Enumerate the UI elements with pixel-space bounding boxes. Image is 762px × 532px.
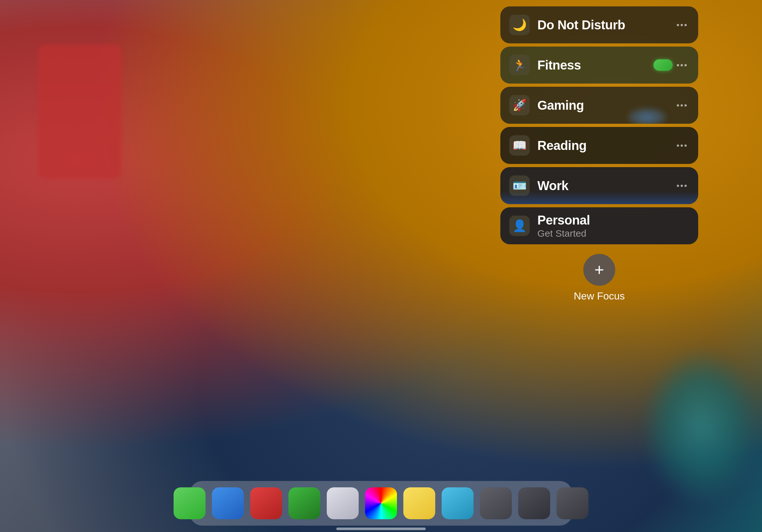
- blurred-red-app-block: [38, 45, 121, 179]
- fitness-active-toggle: [653, 59, 673, 71]
- focus-item-reading[interactable]: 📖 Reading: [500, 127, 698, 164]
- teal-orb-decoration: [641, 347, 762, 506]
- dock-app-messages[interactable]: [174, 487, 205, 519]
- do-not-disturb-more-button[interactable]: [674, 21, 689, 29]
- focus-item-do-not-disturb[interactable]: 🌙 Do Not Disturb: [500, 6, 698, 43]
- gaming-more-button[interactable]: [674, 102, 689, 109]
- focus-item-work[interactable]: 🪪 Work: [500, 167, 698, 204]
- new-focus-button[interactable]: +: [583, 254, 615, 286]
- work-more-button[interactable]: [674, 182, 689, 189]
- do-not-disturb-label: Do Not Disturb: [537, 18, 625, 32]
- fitness-more-button[interactable]: [674, 62, 689, 69]
- dock-app-maps[interactable]: [442, 487, 474, 519]
- work-glow-decoration: [500, 191, 698, 204]
- gaming-icon: 🚀: [509, 95, 530, 115]
- new-focus-container: + New Focus: [500, 254, 698, 302]
- new-focus-label: New Focus: [574, 290, 625, 302]
- home-indicator[interactable]: [336, 528, 426, 530]
- reading-label: Reading: [537, 138, 586, 153]
- dock: [190, 481, 572, 526]
- personal-icon: 👤: [509, 216, 530, 236]
- focus-item-gaming[interactable]: 🚀 Gaming: [500, 87, 698, 124]
- dock-app-safari[interactable]: [212, 487, 244, 519]
- gaming-label: Gaming: [537, 98, 584, 112]
- dock-app-dark2[interactable]: [518, 487, 550, 519]
- reading-more-button[interactable]: [674, 142, 689, 149]
- focus-item-fitness[interactable]: 🏃 Fitness: [500, 46, 698, 84]
- dock-app-dark3[interactable]: [557, 487, 588, 519]
- dock-app-photos-red[interactable]: [250, 487, 282, 519]
- personal-subtitle: Get Started: [537, 228, 689, 239]
- dock-app-notes[interactable]: [403, 487, 435, 519]
- dock-app-photos[interactable]: [365, 487, 397, 519]
- reading-icon: 📖: [509, 135, 530, 156]
- focus-panel: 🌙 Do Not Disturb 🏃 Fitness 🚀 Gaming: [500, 6, 698, 302]
- work-label: Work: [537, 179, 568, 193]
- personal-label: Personal: [537, 213, 590, 227]
- focus-item-personal[interactable]: 👤 Personal Get Started: [500, 207, 698, 244]
- fitness-icon: 🏃: [509, 55, 530, 75]
- do-not-disturb-icon: 🌙: [509, 15, 530, 35]
- new-focus-plus-icon: +: [594, 262, 604, 278]
- dock-app-dark1[interactable]: [480, 487, 512, 519]
- fitness-label: Fitness: [537, 58, 581, 72]
- dock-app-facetime[interactable]: [288, 487, 320, 519]
- dock-app-finder[interactable]: [327, 487, 359, 519]
